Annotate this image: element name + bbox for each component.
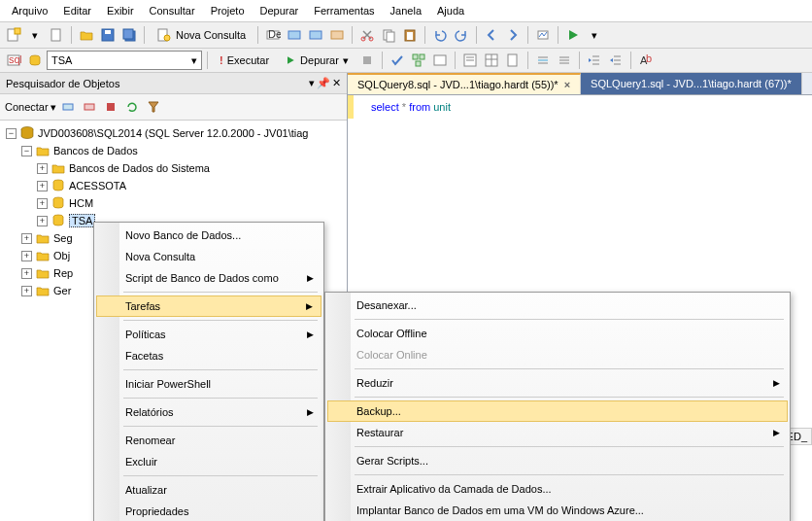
results-file-button[interactable] (503, 51, 523, 70)
menu-editar[interactable]: Editar (55, 2, 99, 19)
svg-rect-12 (310, 31, 321, 39)
tree-db-acessota[interactable]: +ACESSOTA (0, 177, 347, 194)
results-text-button[interactable] (460, 51, 480, 70)
open-button[interactable] (77, 25, 96, 45)
expand-icon[interactable]: + (21, 233, 32, 244)
collapse-icon[interactable]: − (21, 146, 32, 156)
sql-editor[interactable]: select * from unit (348, 95, 812, 119)
debug-button[interactable]: Depurar ▾ (278, 52, 355, 70)
database-combo[interactable]: TSA ▾ (47, 51, 202, 70)
nav-back-button[interactable] (482, 25, 501, 45)
dropdown2-icon[interactable]: ▾ (585, 25, 604, 45)
pin-icon[interactable]: 📌 (317, 77, 330, 89)
collapse-icon[interactable]: − (6, 128, 17, 139)
tree-sysdb[interactable]: +Bancos de Dados do Sistema (0, 159, 347, 177)
menu-ajuda[interactable]: Ajuda (429, 2, 472, 19)
parse-button[interactable] (388, 51, 407, 70)
copy-button[interactable] (379, 25, 398, 45)
outdent-button[interactable] (606, 51, 626, 70)
ctx-deploy-azure[interactable]: Implantar Banco de Dados em uma VM do Wi… (327, 500, 788, 521)
cut-button[interactable] (357, 25, 377, 45)
save-all-button[interactable] (119, 25, 139, 45)
results-grid-button[interactable] (482, 51, 501, 70)
ctx-rename[interactable]: Renomear (96, 430, 321, 451)
tree-db-hcm[interactable]: +HCM (0, 194, 347, 212)
ctx-backup[interactable]: Backup... (327, 400, 788, 422)
dm-button[interactable] (306, 25, 325, 45)
menu-depurar[interactable]: Depurar (253, 2, 307, 19)
ctx-reports[interactable]: Relatórios▶ (96, 401, 321, 423)
expand-icon[interactable]: + (37, 181, 48, 191)
expand-icon[interactable]: + (37, 163, 48, 174)
expand-icon[interactable]: + (21, 251, 32, 261)
options-button[interactable] (430, 51, 450, 70)
chevron-right-icon: ▶ (307, 330, 314, 339)
md-button[interactable] (285, 25, 304, 45)
play-button[interactable] (563, 25, 583, 45)
tree-server[interactable]: −JVD003608\SQL2014 (SQL Server 12.0.2000… (0, 124, 347, 142)
xm-button[interactable] (327, 25, 347, 45)
stop-conn-button[interactable] (101, 97, 120, 117)
new-project-button[interactable] (4, 25, 23, 45)
tab-sqlquery8[interactable]: SQLQuery8.sql - JVD...1\tiago.hardt (55)… (348, 73, 581, 94)
menu-ferramentas[interactable]: Ferramentas (306, 2, 382, 19)
ctx-facets[interactable]: Facetas (96, 345, 321, 366)
close-icon[interactable]: × (564, 79, 570, 90)
plan-button[interactable] (409, 51, 428, 70)
ctx-restore[interactable]: Restaurar▶ (327, 422, 788, 443)
redo-button[interactable] (452, 25, 471, 45)
undo-button[interactable] (430, 25, 450, 45)
specify-values-button[interactable]: Ab (636, 51, 656, 70)
ctx-extract-dacpac[interactable]: Extrair Aplicativo da Camada de Dados... (327, 478, 788, 500)
refresh-button[interactable] (122, 97, 142, 117)
execute-button[interactable]: ! Executar (213, 52, 276, 69)
ctx-reduce[interactable]: Reduzir▶ (327, 372, 788, 394)
menu-janela[interactable]: Janela (383, 2, 429, 19)
sql-button[interactable]: sql (4, 51, 23, 70)
new-query-button[interactable]: Nova Consulta (150, 24, 253, 46)
tab-sqlquery1[interactable]: SQLQuery1.sql - JVD...1\tiago.hardt (67)… (581, 73, 802, 94)
chevron-down-icon[interactable]: ▾ (51, 101, 56, 114)
stop-button[interactable] (357, 51, 377, 70)
ctx-properties[interactable]: Propriedades (96, 501, 321, 521)
de-button[interactable]: De (263, 25, 283, 45)
tree-databases[interactable]: −Bancos de Dados (0, 142, 347, 159)
ctx-policies[interactable]: Políticas▶ (96, 324, 321, 345)
menu-projeto[interactable]: Projeto (203, 2, 253, 19)
ctx-new-database[interactable]: Novo Banco de Dados... (96, 225, 321, 246)
ctx-script-database[interactable]: Script de Banco de Dados como▶ (96, 267, 321, 289)
chevron-right-icon: ▶ (307, 407, 314, 417)
menu-consultar[interactable]: Consultar (142, 2, 203, 19)
save-button[interactable] (98, 25, 118, 45)
ctx-new-query[interactable]: Nova Consulta (96, 246, 321, 267)
menu-exibir[interactable]: Exibir (99, 2, 142, 19)
menu-arquivo[interactable]: Arquivo (4, 2, 55, 19)
sql-operator: * (402, 101, 406, 113)
ctx-detach[interactable]: Desanexar... (327, 295, 788, 316)
expand-icon[interactable]: + (37, 198, 48, 209)
activity-button[interactable] (533, 25, 553, 45)
expand-icon[interactable]: + (37, 216, 48, 226)
ctx-delete[interactable]: Excluir (96, 451, 321, 472)
comment-button[interactable] (533, 51, 553, 70)
expand-icon[interactable]: + (21, 286, 32, 296)
ctx-offline[interactable]: Colocar Offline (327, 323, 788, 344)
ctx-tasks[interactable]: Tarefas▶ (96, 295, 321, 317)
ctx-powershell[interactable]: Iniciar PowerShell (96, 373, 321, 395)
new-file-button[interactable] (47, 25, 66, 45)
dropdown-icon[interactable]: ▾ (309, 77, 315, 89)
ctx-refresh[interactable]: Atualizar (96, 479, 321, 501)
connect-button[interactable] (58, 97, 78, 117)
expand-icon[interactable]: + (21, 268, 32, 279)
chevron-down-icon: ▾ (191, 54, 197, 67)
paste-button[interactable] (400, 25, 420, 45)
nav-fwd-button[interactable] (503, 25, 523, 45)
change-conn-button[interactable] (25, 51, 45, 70)
uncomment-button[interactable] (555, 51, 574, 70)
disconnect-button[interactable] (80, 97, 99, 117)
indent-button[interactable] (585, 51, 604, 70)
filter-button[interactable] (144, 97, 163, 117)
ctx-generate-scripts[interactable]: Gerar Scripts... (327, 450, 788, 471)
dropdown-icon[interactable]: ▾ (25, 25, 45, 45)
close-icon[interactable]: ✕ (332, 77, 341, 89)
